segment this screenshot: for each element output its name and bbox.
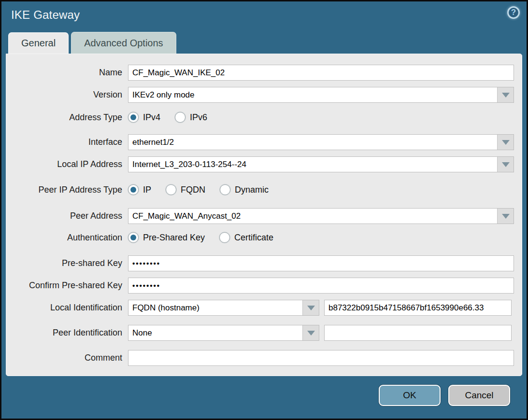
peer-identification-type-value: None — [128, 325, 302, 340]
authentication-radio-group: Pre-Shared Key Certificate — [128, 232, 514, 243]
chevron-down-icon — [502, 162, 510, 167]
version-select[interactable]: IKEv2 only mode — [128, 87, 514, 103]
name-label: Name — [6, 68, 128, 78]
local-identification-type-select[interactable]: FQDN (hostname) — [128, 300, 319, 316]
address-type-row: Address Type IPv4 IPv6 — [6, 111, 514, 124]
address-type-radio-group: IPv4 IPv6 — [128, 112, 514, 123]
pre-shared-key-row: Pre-shared Key — [6, 255, 514, 271]
chevron-down-icon — [307, 331, 315, 336]
peer-identification-dropdown-button[interactable] — [302, 325, 319, 340]
radio-ipv6[interactable]: IPv6 — [175, 112, 207, 123]
radio-button[interactable] — [128, 232, 139, 243]
ike-gateway-dialog: IKE Gateway ? General Advanced Options N… — [0, 0, 528, 420]
confirm-pre-shared-key-label: Confirm Pre-shared Key — [6, 280, 128, 291]
tab-bar: General Advanced Options — [1, 32, 527, 54]
name-input[interactable] — [128, 65, 514, 81]
version-value: IKEv2 only mode — [128, 87, 497, 102]
local-identification-label: Local Identification — [6, 303, 128, 313]
interface-select[interactable]: ethernet1/2 — [128, 134, 514, 150]
authentication-label: Authentication — [6, 233, 128, 243]
authentication-row: Authentication Pre-Shared Key Certificat… — [6, 231, 514, 244]
local-ip-address-select[interactable]: Internet_L3_203-0-113-254--24 — [128, 156, 514, 172]
chevron-down-icon — [502, 214, 510, 219]
radio-dynamic[interactable]: Dynamic — [220, 184, 269, 195]
dialog-footer: OK Cancel — [1, 376, 527, 419]
interface-value: ethernet1/2 — [128, 135, 497, 150]
cancel-button[interactable]: Cancel — [448, 385, 510, 406]
local-ip-address-dropdown-button[interactable] — [497, 157, 514, 172]
radio-button[interactable] — [128, 112, 139, 123]
help-icon[interactable]: ? — [507, 6, 520, 19]
interface-label: Interface — [6, 137, 128, 147]
local-identification-type-value: FQDN (hostname) — [128, 300, 302, 315]
general-tab-panel: Name Version IKEv2 only mode Address Typ… — [6, 54, 522, 376]
local-ip-address-row: Local IP Address Internet_L3_203-0-113-2… — [6, 156, 514, 172]
radio-fqdn[interactable]: FQDN — [166, 184, 205, 195]
dialog-title: IKE Gateway — [11, 8, 80, 22]
peer-ip-address-type-label: Peer IP Address Type — [6, 185, 128, 195]
peer-address-label: Peer Address — [6, 211, 128, 221]
radio-button[interactable] — [219, 232, 230, 243]
local-identification-value-input[interactable] — [324, 300, 512, 316]
dialog-titlebar: IKE Gateway ? — [1, 1, 527, 32]
radio-ipv4[interactable]: IPv4 — [128, 112, 160, 123]
peer-identification-value-input[interactable] — [324, 325, 512, 341]
local-ip-address-value: Internet_L3_203-0-113-254--24 — [128, 157, 497, 172]
radio-button[interactable] — [166, 184, 176, 195]
comment-row: Comment — [6, 350, 514, 366]
chevron-down-icon — [502, 93, 510, 98]
peer-identification-type-select[interactable]: None — [128, 325, 319, 341]
name-row: Name — [6, 65, 514, 81]
pre-shared-key-input[interactable] — [128, 255, 514, 271]
peer-address-dropdown-button[interactable] — [497, 209, 514, 224]
peer-ip-address-type-radio-group: IP FQDN Dynamic — [128, 184, 514, 195]
local-ip-address-label: Local IP Address — [6, 159, 128, 169]
interface-row: Interface ethernet1/2 — [6, 134, 514, 150]
version-row: Version IKEv2 only mode — [6, 87, 514, 103]
chevron-down-icon — [307, 306, 315, 310]
peer-address-value: CF_Magic_WAN_Anycast_02 — [128, 209, 497, 224]
peer-identification-row: Peer Identification None — [6, 325, 514, 341]
radio-button[interactable] — [128, 184, 139, 195]
confirm-pre-shared-key-row: Confirm Pre-shared Key — [6, 278, 514, 294]
confirm-pre-shared-key-input[interactable] — [128, 278, 514, 294]
local-identification-dropdown-button[interactable] — [302, 300, 319, 315]
peer-ip-address-type-row: Peer IP Address Type IP FQDN Dynamic — [6, 183, 514, 196]
radio-pre-shared-key[interactable]: Pre-Shared Key — [128, 232, 205, 243]
radio-ip[interactable]: IP — [128, 184, 151, 195]
ok-button[interactable]: OK — [379, 385, 441, 406]
local-identification-row: Local Identification FQDN (hostname) — [6, 300, 514, 316]
chevron-down-icon — [502, 140, 510, 145]
version-label: Version — [6, 90, 128, 100]
peer-address-select[interactable]: CF_Magic_WAN_Anycast_02 — [128, 208, 514, 224]
comment-input[interactable] — [128, 350, 514, 366]
radio-button[interactable] — [175, 112, 186, 123]
peer-address-row: Peer Address CF_Magic_WAN_Anycast_02 — [6, 208, 514, 224]
radio-button[interactable] — [220, 184, 230, 195]
peer-identification-label: Peer Identification — [6, 328, 128, 338]
interface-dropdown-button[interactable] — [497, 135, 514, 150]
pre-shared-key-label: Pre-shared Key — [6, 258, 128, 268]
version-dropdown-button[interactable] — [497, 87, 514, 102]
tab-general[interactable]: General — [8, 32, 69, 54]
address-type-label: Address Type — [6, 112, 128, 123]
radio-certificate[interactable]: Certificate — [219, 232, 273, 243]
tab-advanced-options[interactable]: Advanced Options — [71, 32, 176, 54]
comment-label: Comment — [6, 353, 128, 363]
